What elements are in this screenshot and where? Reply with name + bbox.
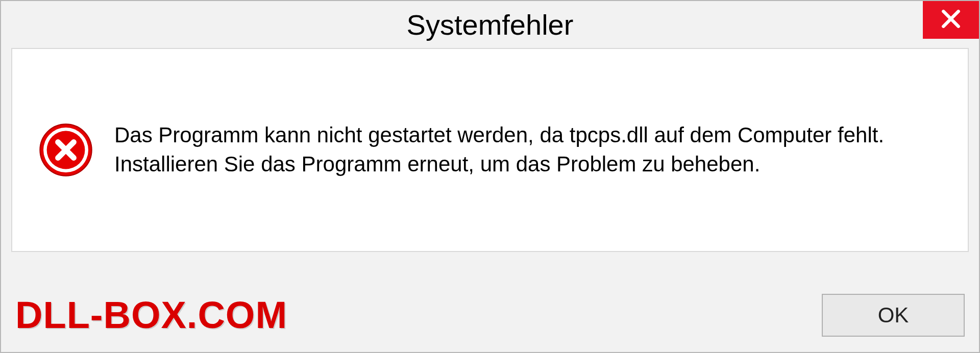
dialog-title: Systemfehler — [407, 8, 574, 41]
close-icon — [940, 8, 962, 32]
error-icon — [38, 122, 94, 178]
error-message: Das Programm kann nicht gestartet werden… — [114, 121, 942, 179]
title-bar: Systemfehler — [1, 1, 979, 48]
dialog-footer: DLL-BOX.COM OK — [1, 293, 979, 337]
close-button[interactable] — [923, 1, 979, 39]
ok-button-label: OK — [878, 303, 909, 327]
watermark-text: DLL-BOX.COM — [15, 293, 287, 337]
ok-button[interactable]: OK — [822, 294, 965, 337]
message-panel: Das Programm kann nicht gestartet werden… — [11, 48, 969, 252]
error-dialog: Systemfehler Das Programm kann nicht ges… — [0, 0, 980, 353]
